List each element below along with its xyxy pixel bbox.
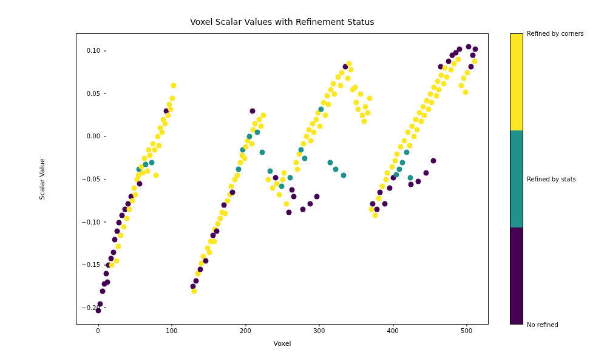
data-point (131, 186, 137, 191)
data-point (433, 93, 439, 98)
data-point (327, 160, 333, 165)
data-point (347, 61, 352, 67)
data-point (215, 221, 221, 227)
data-point (353, 84, 358, 90)
data-point (193, 278, 198, 283)
data-point (376, 196, 381, 201)
data-point (249, 141, 255, 146)
data-point (470, 53, 476, 58)
data-point (212, 238, 217, 244)
data-point (394, 172, 399, 177)
data-point (375, 207, 380, 212)
data-point (124, 215, 129, 221)
data-point (261, 113, 266, 118)
data-point (443, 66, 448, 71)
data-point (295, 167, 300, 172)
data-point (234, 172, 240, 178)
data-point (402, 138, 407, 144)
data-point (258, 124, 263, 129)
data-point (387, 186, 393, 191)
data-point (242, 155, 247, 161)
data-point (154, 172, 159, 178)
data-point (461, 76, 466, 81)
data-point (457, 47, 463, 52)
data-point (254, 130, 260, 135)
data-point (273, 175, 278, 181)
data-point (355, 107, 361, 112)
data-point (151, 141, 156, 146)
data-point (307, 201, 313, 206)
colorbar-segment-no-refined (510, 228, 523, 324)
data-point (127, 207, 132, 212)
colorbar-label-bottom: No refined (527, 322, 558, 328)
plot-area (76, 33, 489, 325)
data-point (326, 101, 331, 107)
data-point (408, 175, 413, 181)
data-point (372, 213, 378, 218)
data-point (116, 244, 121, 249)
data-point (427, 91, 433, 96)
data-point (365, 110, 370, 115)
data-point (282, 170, 287, 175)
data-point (415, 127, 420, 133)
data-point (146, 147, 152, 152)
data-point (157, 143, 162, 148)
data-point (257, 117, 262, 123)
data-point (250, 109, 256, 114)
data-point (291, 194, 297, 200)
data-point (114, 258, 119, 264)
y-tick: 0.10 (70, 47, 100, 54)
data-point (399, 160, 405, 165)
data-point (237, 160, 243, 165)
data-point (144, 168, 150, 174)
data-point (472, 47, 478, 52)
colorbar-segment-refined-corners (510, 34, 523, 130)
data-point (363, 104, 368, 110)
x-tick: 200 (240, 328, 251, 334)
x-tick: 400 (387, 328, 399, 334)
data-point (192, 288, 197, 294)
data-point (464, 70, 470, 75)
data-point (407, 143, 412, 148)
data-point (143, 161, 149, 167)
data-point (300, 207, 305, 212)
colorbar-label-top: Refined by corners (527, 30, 584, 37)
data-point (168, 107, 174, 112)
colorbar-label-middle: Refined by stats (527, 176, 576, 183)
data-point (229, 184, 234, 189)
data-point (339, 70, 345, 75)
data-point (345, 76, 350, 81)
data-point (313, 117, 319, 123)
data-point (301, 141, 307, 146)
data-point (293, 160, 299, 165)
data-point (324, 93, 330, 98)
data-point (367, 95, 373, 101)
data-point (279, 184, 284, 189)
data-point (389, 164, 395, 169)
data-point (382, 201, 387, 206)
data-point (280, 177, 286, 183)
data-point (133, 192, 138, 198)
data-point (436, 87, 442, 92)
data-point (130, 198, 135, 204)
data-point (396, 167, 402, 172)
data-point (395, 151, 400, 157)
data-point (243, 144, 249, 150)
data-point (198, 267, 203, 272)
data-point (337, 83, 343, 88)
data-point (420, 104, 426, 110)
data-point (286, 209, 291, 215)
data-point (288, 175, 293, 181)
data-point (323, 113, 328, 118)
data-point (458, 83, 464, 88)
data-point (203, 258, 208, 264)
data-point (141, 155, 147, 161)
data-point (230, 190, 236, 195)
data-point (289, 187, 294, 192)
y-tick: −0.20 (70, 304, 100, 311)
data-point (468, 64, 473, 69)
data-point (110, 250, 116, 255)
data-point (466, 44, 472, 50)
data-point (137, 181, 143, 187)
data-point (416, 178, 421, 184)
